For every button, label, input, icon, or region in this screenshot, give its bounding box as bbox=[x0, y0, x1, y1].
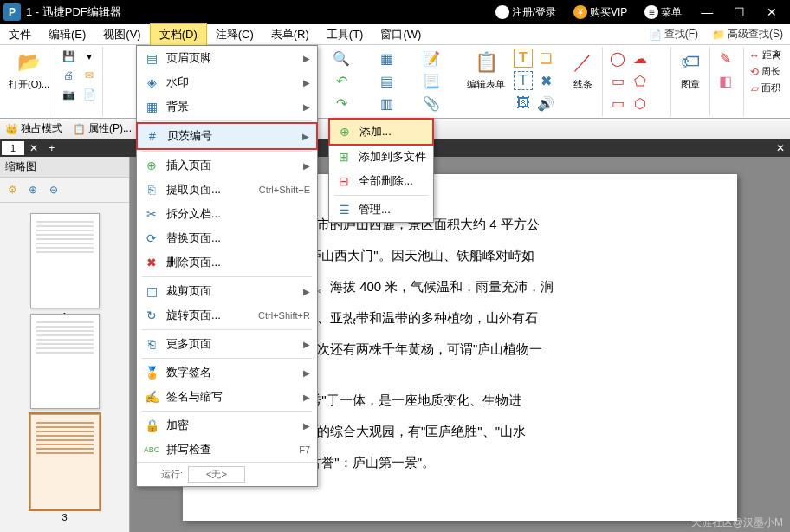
rotate-icon: ↻ bbox=[144, 308, 159, 323]
exclusive-label: 独占模式 bbox=[21, 121, 62, 136]
highlight-icon[interactable]: ❏ bbox=[536, 49, 555, 68]
thumbnail-page-2[interactable]: 2 bbox=[30, 314, 100, 409]
layout1-icon[interactable]: ▦ bbox=[377, 49, 396, 68]
strikeout-icon[interactable]: ✖ bbox=[536, 71, 555, 90]
redo-icon[interactable]: ↷ bbox=[332, 94, 351, 113]
menu-split-doc[interactable]: ✂拆分文档... bbox=[137, 202, 317, 226]
attach-icon[interactable]: 📎 bbox=[422, 94, 441, 113]
distance-tool[interactable]: ↔ 距离 bbox=[748, 47, 783, 63]
page-icon: ▤ bbox=[144, 50, 159, 66]
ellipse-icon[interactable]: ◯ bbox=[608, 49, 627, 68]
menu-encrypt[interactable]: 🔒加密▶ bbox=[137, 413, 317, 438]
thumbnail-page-3[interactable]: 3 bbox=[30, 414, 100, 509]
run-label: 运行: bbox=[161, 468, 183, 481]
area-icon: ▱ bbox=[751, 82, 759, 94]
submenu-add-multi[interactable]: ⊞添加到多文件 bbox=[329, 145, 433, 169]
thumbnails-list[interactable]: 1 2 3 bbox=[0, 203, 129, 532]
abc-icon: ABC bbox=[144, 442, 159, 457]
menu-background[interactable]: ▦背景▶ bbox=[137, 94, 317, 119]
rect-icon[interactable]: ▭ bbox=[608, 71, 627, 90]
save-button[interactable]: 💾 bbox=[59, 47, 78, 66]
layout3-icon[interactable]: ▥ bbox=[377, 94, 396, 113]
save-dropdown[interactable]: ▾ bbox=[80, 47, 99, 66]
menu-comment[interactable]: 注释(C) bbox=[207, 24, 262, 45]
close-button[interactable]: ✕ bbox=[757, 3, 787, 22]
buy-vip-button[interactable]: ¥ 购买VIP bbox=[567, 3, 634, 23]
menu-delete-page[interactable]: ✖删除页面... bbox=[137, 250, 317, 275]
arrow-icon: ▶ bbox=[302, 132, 309, 141]
perimeter-tool[interactable]: ⟲ 周长 bbox=[748, 63, 782, 80]
thumbnail-page-1[interactable]: 1 bbox=[30, 213, 100, 308]
add-tab-button[interactable]: + bbox=[43, 142, 60, 154]
menu-signature[interactable]: ✍签名与缩写▶ bbox=[137, 385, 317, 409]
eraser-icon[interactable]: ◧ bbox=[716, 71, 735, 90]
thumb-settings-icon[interactable]: ⚙ bbox=[3, 181, 21, 198]
stamp-button[interactable]: 🏷 图章 bbox=[675, 47, 706, 93]
exclusive-mode-button[interactable]: 👑 独占模式 bbox=[5, 121, 62, 136]
main-menu-button[interactable]: ≡ 菜单 bbox=[638, 3, 689, 23]
tabs-close-button[interactable]: ✕ bbox=[771, 142, 790, 154]
email-button[interactable]: ✉ bbox=[80, 66, 99, 85]
text-box-icon[interactable]: T bbox=[514, 71, 533, 90]
properties-button[interactable]: 📋 属性(P)... bbox=[73, 121, 132, 136]
rect2-icon[interactable]: ▭ bbox=[608, 94, 627, 113]
menu-crop-page[interactable]: ◫裁剪页面▶ bbox=[137, 279, 317, 303]
menu-run-row[interactable]: 运行: <无> bbox=[137, 462, 317, 486]
menu-document[interactable]: 文档(D) bbox=[150, 23, 207, 46]
advanced-find-button[interactable]: 📁 高级查找(S) bbox=[705, 25, 790, 43]
menu-more-pages[interactable]: ⎗更多页面▶ bbox=[137, 332, 317, 356]
menu-window[interactable]: 窗口(W) bbox=[372, 24, 430, 45]
search-icon: 📄 bbox=[649, 29, 662, 41]
thumb-zoom-in-icon[interactable]: ⊕ bbox=[24, 181, 42, 198]
menu-insert-page[interactable]: ⊕插入页面▶ bbox=[137, 153, 317, 178]
image-tool-icon[interactable]: 🖼 bbox=[514, 94, 533, 113]
menu-spellcheck[interactable]: ABC拼写检查F7 bbox=[137, 438, 317, 462]
doc-button[interactable]: 📄 bbox=[80, 85, 99, 104]
menu-view[interactable]: 视图(V) bbox=[94, 24, 149, 45]
open-button[interactable]: 📂 打开(O)... bbox=[7, 47, 51, 93]
menu-rotate-page[interactable]: ↻旋转页面...Ctrl+Shift+R bbox=[137, 303, 317, 328]
menu-replace-page[interactable]: ⟳替换页面... bbox=[137, 226, 317, 250]
pencil-icon[interactable]: ✎ bbox=[716, 49, 735, 68]
submenu-delete-all[interactable]: ⊟全部删除... bbox=[329, 169, 433, 193]
menu-header-footer[interactable]: ▤页眉页脚▶ bbox=[137, 46, 317, 70]
doc-tab-1[interactable]: 1 bbox=[2, 141, 24, 155]
cloud-icon[interactable]: ☁ bbox=[631, 49, 650, 68]
menu-file[interactable]: 文件 bbox=[0, 24, 40, 45]
maximize-button[interactable]: ☐ bbox=[725, 3, 754, 22]
layout2-icon[interactable]: ▤ bbox=[377, 71, 396, 90]
hex-icon[interactable]: ⬡ bbox=[631, 94, 650, 113]
menu-form[interactable]: 表单(R) bbox=[262, 24, 318, 45]
print-button[interactable]: 🖨 bbox=[59, 66, 78, 85]
arrow-icon: ▶ bbox=[303, 102, 310, 112]
thumb-zoom-out-icon[interactable]: ⊖ bbox=[45, 181, 62, 198]
find-button[interactable]: 📄 查找(F) bbox=[642, 25, 705, 43]
menu-label: 菜单 bbox=[661, 5, 682, 20]
submenu-manage[interactable]: ☰管理... bbox=[329, 198, 433, 222]
menu-digital-sign[interactable]: 🏅数字签名▶ bbox=[137, 360, 317, 385]
edit-form-button[interactable]: 📋 编辑表单 bbox=[465, 47, 507, 93]
arrow-icon: ▶ bbox=[303, 78, 310, 88]
lines-button[interactable]: ／ 线条 bbox=[567, 47, 599, 93]
text-note-icon[interactable]: 📃 bbox=[422, 71, 441, 90]
sound-icon[interactable]: 🔊 bbox=[536, 94, 555, 113]
menu-tools[interactable]: 工具(T) bbox=[318, 24, 372, 45]
bates-submenu: ⊕添加... ⊞添加到多文件 ⊟全部删除... ☰管理... bbox=[328, 118, 434, 223]
menu-extract-page[interactable]: ⎘提取页面...Ctrl+Shift+E bbox=[137, 178, 317, 202]
zoom-in-text-icon[interactable]: 🔍 bbox=[332, 49, 351, 68]
menu-edit[interactable]: 编辑(E) bbox=[40, 24, 94, 45]
menu-watermark[interactable]: ◈水印▶ bbox=[137, 70, 317, 94]
submenu-add[interactable]: ⊕添加... bbox=[328, 118, 434, 146]
area-label: 面积 bbox=[761, 81, 780, 94]
new-tab-button[interactable]: ✕ bbox=[24, 142, 43, 154]
register-login-button[interactable]: 注册/登录 bbox=[489, 3, 563, 23]
scan-button[interactable]: 📷 bbox=[59, 85, 78, 104]
text-tool-icon[interactable]: T bbox=[514, 49, 533, 68]
undo-icon[interactable]: ↶ bbox=[332, 71, 351, 90]
polygon-icon[interactable]: ⬠ bbox=[631, 71, 650, 90]
minimize-button[interactable]: — bbox=[692, 3, 722, 22]
menu-bates-number[interactable]: #贝茨编号▶ bbox=[136, 122, 318, 150]
area-tool[interactable]: ▱ 面积 bbox=[749, 80, 782, 96]
note-icon[interactable]: 📝 bbox=[422, 49, 441, 68]
add-icon: ⊕ bbox=[337, 124, 353, 139]
